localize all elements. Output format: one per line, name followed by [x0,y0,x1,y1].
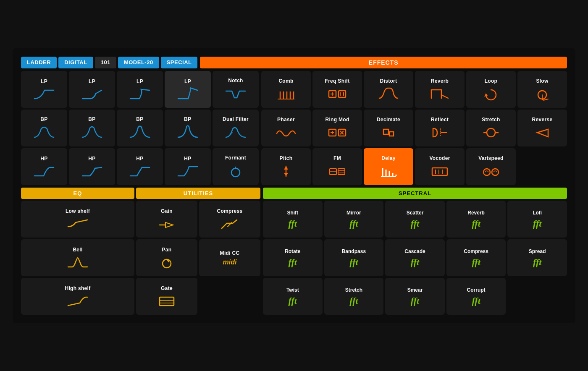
eq-highshelf[interactable]: High shelf [21,278,134,315]
effect-decimate[interactable]: Decimate [364,110,413,146]
svg-point-26 [487,128,495,137]
filter-bp1-icon [33,125,55,141]
effect-loop[interactable]: Loop [466,71,516,108]
filter-hp1-icon [33,164,55,178]
svg-marker-15 [484,93,488,97]
filter-bp2[interactable]: BP [69,110,115,146]
filter-lp2[interactable]: LP [69,71,115,108]
effect-fm-icon [326,164,348,179]
spectral-scatter[interactable]: Scatter fft [385,201,445,238]
filter-hp4-label: HP [184,156,191,162]
tab-model20[interactable]: MODEL-20 [118,57,159,68]
filter-bp4[interactable]: BP [165,110,211,146]
eq-util-panel: EQ UTILITIES Low shelf Bell [21,188,260,315]
eq-lowshelf[interactable]: Low shelf [21,201,134,238]
effect-comb[interactable]: Comb [261,71,311,108]
filter-lp1-icon [33,87,55,101]
eq-bell[interactable]: Bell [21,239,134,276]
filter-lp1[interactable]: LP [21,71,67,108]
effect-decimate-icon [378,125,399,140]
effect-reverse-icon [531,125,553,140]
effect-pitch[interactable]: Pitch [261,148,311,185]
util-midicc[interactable]: Midi CC midi [199,239,260,276]
svg-rect-34 [338,169,345,175]
effect-freqshift-icon [326,86,348,102]
tab-ladder[interactable]: LADDER [21,57,57,68]
effect-reverb[interactable]: Reverb [415,71,465,108]
filter-dualfilter-icon [224,125,247,141]
util-gate-icon [157,294,176,308]
spectral-mirror[interactable]: Mirror fft [324,201,384,238]
spectral-mirror-icon: fft [349,218,358,229]
eq-header: EQ [21,188,134,199]
filter-lp2-label: LP [89,78,95,84]
spectral-shift[interactable]: Shift fft [263,201,323,238]
spectral-corrupt-icon: fft [472,295,480,306]
effect-reverse[interactable]: Reverse [517,110,567,146]
effect-varispeed[interactable]: Varispeed [466,148,516,185]
effects-grid: Comb Freq Shift [261,71,567,185]
effect-varispeed-icon [480,164,502,179]
filter-dualfilter[interactable]: Dual Filter [213,110,259,146]
svg-point-49 [492,169,499,175]
filter-lp4[interactable]: LP [165,71,211,108]
spectral-smear[interactable]: Smear fft [385,278,445,315]
spectral-reverb-icon: fft [472,218,480,229]
filter-lp3[interactable]: LP [117,71,163,108]
filter-bp2-label: BP [88,116,95,122]
spectral-rotate-icon: fft [289,257,297,268]
effect-distort-icon [378,86,399,102]
filter-formant[interactable]: Formant [213,148,259,185]
spectral-compress[interactable]: Compress fft [446,239,506,276]
filter-hp1-label: HP [40,156,47,162]
spectral-spread[interactable]: Spread fft [507,239,567,276]
filter-hp2[interactable]: HP [69,148,115,185]
spectral-cascade-icon: fft [411,257,419,268]
eq-util-headers: EQ UTILITIES [21,188,260,199]
spectral-scatter-icon: fft [411,218,419,229]
filter-hp3[interactable]: HP [117,148,163,185]
filter-hp4[interactable]: HP [165,148,211,185]
filter-lp3-icon [129,87,151,101]
eq-highshelf-icon [66,294,89,308]
tab-digital[interactable]: DIGITAL [58,57,93,68]
effect-comb-icon [275,86,297,102]
spectral-corrupt[interactable]: Corrupt fft [446,278,506,315]
svg-marker-31 [284,166,288,170]
effect-delay[interactable]: Delay [364,148,413,185]
spectral-lofi[interactable]: Lofi fft [507,201,567,238]
effect-phaser-icon [275,125,297,140]
spectral-twist[interactable]: Twist fft [263,278,323,315]
spectral-stretch[interactable]: Stretch fft [324,278,384,315]
filter-bp2-icon [81,125,103,141]
content-row: LP LP LP [21,71,567,185]
spectral-rotate[interactable]: Rotate fft [263,239,323,276]
util-pan[interactable]: Pan [136,239,197,276]
svg-rect-44 [432,168,447,175]
filter-bp1[interactable]: BP [21,110,67,146]
effect-reflect[interactable]: Reflect [415,110,465,146]
tab-special[interactable]: SPECIAL [161,57,198,68]
filter-notch[interactable]: Notch [213,71,259,108]
util-compress[interactable]: Compress [199,201,260,238]
util-gain-icon [157,217,176,231]
svg-marker-29 [537,129,548,137]
effect-vocoder[interactable]: Vocoder [415,148,465,185]
tab-101[interactable]: 101 [95,57,116,68]
effect-stretch[interactable]: Stretch [466,110,516,146]
effect-phaser[interactable]: Phaser [261,110,311,146]
spectral-bandpass[interactable]: Bandpass fft [324,239,384,276]
spectral-reverb[interactable]: Reverb fft [446,201,506,238]
svg-rect-56 [160,297,174,306]
filter-lp3-label: LP [136,78,143,84]
filter-hp1[interactable]: HP [21,148,67,185]
effect-fm[interactable]: FM [312,148,362,185]
filter-bp3[interactable]: BP [117,110,163,146]
effect-ringmod[interactable]: Ring Mod [312,110,362,146]
spectral-cascade[interactable]: Cascade fft [385,239,445,276]
util-gate[interactable]: Gate [136,278,197,315]
util-gain[interactable]: Gain [136,201,197,238]
effect-distort[interactable]: Distort [364,71,413,108]
effect-slow[interactable]: Slow [517,71,567,108]
effect-freqshift[interactable]: Freq Shift [312,71,362,108]
